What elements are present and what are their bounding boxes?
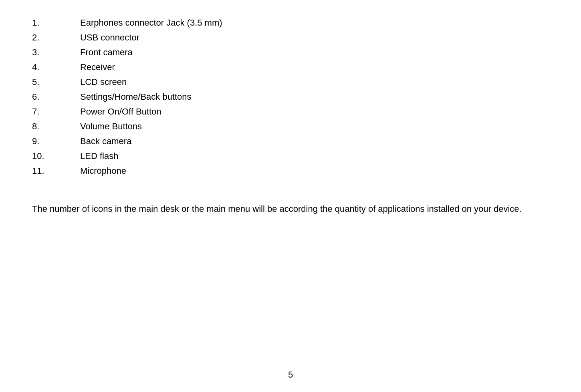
list-item-number: 1. [32,16,80,29]
list-item-number: 9. [32,135,80,148]
list-item: 2.USB connector [32,31,549,44]
list-item: 5.LCD screen [32,75,549,88]
list-item-number: 2. [32,31,80,44]
list-item-label: Settings/Home/Back buttons [80,90,549,103]
list-item-label: Front camera [80,46,549,59]
list-item-label: Volume Buttons [80,120,549,133]
list-item-label: USB connector [80,31,549,44]
page-content: 1.Earphones connector Jack (3.5 mm)2.USB… [0,0,581,248]
list-item: 11.Microphone [32,164,549,177]
list-item: 4.Receiver [32,60,549,74]
list-item-number: 3. [32,46,80,59]
list-item-label: Receiver [80,60,549,74]
list-item-label: LCD screen [80,75,549,88]
list-item-number: 6. [32,90,80,103]
list-item: 3.Front camera [32,46,549,59]
list-item-number: 5. [32,75,80,88]
list-item-number: 8. [32,120,80,133]
list-item-label: Back camera [80,135,549,148]
list-item-number: 7. [32,105,80,118]
list-item: 8.Volume Buttons [32,120,549,133]
paragraph-text: The number of icons in the main desk or … [32,201,549,216]
list-item: 9.Back camera [32,135,549,148]
list-item: 10.LED flash [32,149,549,163]
list-item: 7.Power On/Off Button [32,105,549,118]
list-item-number: 10. [32,149,80,163]
list-item-label: LED flash [80,149,549,163]
list-item-label: Earphones connector Jack (3.5 mm) [80,16,549,29]
list-item-number: 11. [32,164,80,177]
page-number: 5 [288,370,293,380]
list-item-number: 4. [32,60,80,74]
list-item-label: Power On/Off Button [80,105,549,118]
list-item: 1.Earphones connector Jack (3.5 mm) [32,16,549,29]
list-item: 6.Settings/Home/Back buttons [32,90,549,103]
numbered-list: 1.Earphones connector Jack (3.5 mm)2.USB… [32,16,549,177]
list-item-label: Microphone [80,164,549,177]
